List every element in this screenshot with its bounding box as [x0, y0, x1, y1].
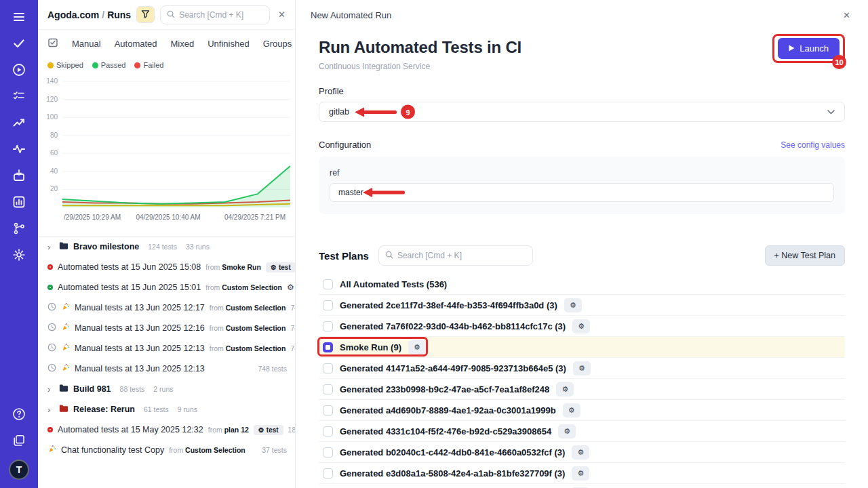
test-plan-row[interactable]: Generated b02040c1-c442-4db0-841e-4660a0…: [319, 442, 845, 463]
test-plan-row[interactable]: All Automated Tests (536): [319, 274, 845, 295]
chevron-right-icon[interactable]: ›: [47, 384, 54, 394]
run-tests-count: 748 tests: [290, 304, 295, 312]
test-plan-row[interactable]: Generated 7a76f022-93d0-434b-b462-bb8114…: [319, 316, 845, 337]
plan-label: Generated e3d08a1a-5808-42e4-a1ab-81bfe3…: [340, 468, 565, 479]
run-row[interactable]: Manual tests at 13 Jun 2025 12:17from Cu…: [38, 298, 295, 318]
help-icon[interactable]: [12, 407, 26, 422]
runs-panel-header: Agoda.com/Runs ✕: [38, 0, 295, 30]
test-plan-row[interactable]: Generated 41471a52-a644-49f7-9085-923713…: [319, 358, 845, 379]
tab-manual[interactable]: Manual: [72, 39, 101, 49]
test-plan-row[interactable]: Smoke Run (9)⚙: [319, 337, 845, 358]
tab-mixed[interactable]: Mixed: [171, 39, 195, 49]
run-settings-icon[interactable]: ⚙: [287, 283, 295, 292]
plan-checkbox[interactable]: [323, 426, 333, 436]
branch-icon[interactable]: [12, 221, 26, 236]
folder-icon: [59, 384, 68, 394]
plan-label: Generated 233b0998-b9c2-47ae-a5cf-7ea1af…: [340, 384, 549, 394]
run-folder-row[interactable]: ›Release: Rerun61 tests9 runs: [38, 399, 295, 420]
plan-checkbox[interactable]: [323, 384, 333, 394]
plan-checkbox[interactable]: [323, 342, 333, 352]
run-list-icon[interactable]: [12, 89, 26, 104]
runs-tabs: ManualAutomatedMixedUnfinishedGroups: [38, 30, 295, 55]
menu-icon[interactable]: [12, 9, 26, 24]
plan-settings-button[interactable]: ⚙: [408, 340, 426, 354]
run-row[interactable]: Manual tests at 13 Jun 2025 12:16from Cu…: [38, 318, 295, 338]
test-plan-row[interactable]: Generated 233b0998-b9c2-47ae-a5cf-7ea1af…: [319, 379, 845, 400]
run-title: Manual tests at 13 Jun 2025 12:13: [75, 364, 205, 373]
run-row[interactable]: Automated tests at 15 Jun 2025 15:08from…: [38, 257, 295, 277]
report-icon[interactable]: [47, 37, 58, 50]
play-circle-icon[interactable]: [12, 62, 26, 77]
plan-settings-button[interactable]: ⚙: [572, 319, 590, 333]
trend-icon[interactable]: [12, 115, 26, 130]
test-plan-row[interactable]: Generated e3d08a1a-5808-42e4-a1ab-81bfe3…: [319, 463, 845, 484]
svg-text:60: 60: [50, 149, 58, 157]
analytics-icon[interactable]: [12, 195, 26, 209]
confetti-icon: [61, 363, 70, 374]
svg-text:04/29/2025 10:40 AM: 04/29/2025 10:40 AM: [136, 214, 200, 221]
tab-groups[interactable]: Groups: [263, 39, 292, 49]
chevron-right-icon[interactable]: ›: [47, 405, 54, 415]
test-plan-row[interactable]: Generated 4331c104-f5f2-476e-b92d-c529a3…: [319, 421, 845, 442]
runs-search-input[interactable]: [179, 10, 263, 20]
run-folder-row[interactable]: ›Build 98188 tests2 runs: [38, 379, 295, 399]
plan-checkbox[interactable]: [323, 447, 333, 458]
test-plans-title: Test Plans: [319, 250, 369, 262]
filter-button[interactable]: [136, 6, 155, 23]
chevron-right-icon[interactable]: ›: [47, 242, 54, 252]
run-tests-count: 18 te: [288, 426, 295, 434]
close-panel-icon[interactable]: ✕: [275, 8, 288, 21]
run-test-badge[interactable]: ⚙ test: [266, 262, 295, 272]
breadcrumb-section: Runs: [107, 9, 131, 20]
projects-icon[interactable]: [12, 433, 26, 448]
check-icon[interactable]: [12, 36, 26, 51]
ref-input[interactable]: master: [330, 183, 834, 202]
profile-value: gitlab: [329, 107, 349, 117]
plan-checkbox[interactable]: [323, 300, 333, 310]
plan-checkbox[interactable]: [323, 363, 333, 373]
new-test-plan-button[interactable]: + New Test Plan: [765, 245, 845, 266]
svg-text:120: 120: [46, 96, 58, 103]
launch-button[interactable]: Launch: [778, 38, 840, 59]
run-test-badge[interactable]: ⚙ test: [254, 425, 283, 435]
search-icon: [167, 9, 175, 21]
test-plans-search[interactable]: [378, 245, 533, 266]
plan-settings-button[interactable]: ⚙: [556, 382, 574, 396]
pulse-icon[interactable]: [12, 142, 26, 157]
settings-icon[interactable]: [12, 247, 26, 262]
plan-settings-button[interactable]: ⚙: [573, 361, 591, 375]
plan-checkbox[interactable]: [323, 279, 333, 289]
svg-text:20: 20: [50, 185, 58, 192]
user-avatar[interactable]: T: [9, 460, 29, 480]
plan-settings-button[interactable]: ⚙: [572, 445, 589, 460]
plan-settings-button[interactable]: ⚙: [558, 424, 576, 439]
test-plan-row[interactable]: Generated a4d690b7-8889-4ae1-92aa-0c3001…: [319, 400, 845, 421]
clock-icon: [47, 302, 56, 313]
test-plans-search-input[interactable]: [397, 251, 526, 260]
run-row[interactable]: Chat functionality test Copyfrom Custom …: [38, 440, 295, 460]
run-row[interactable]: Automated tests at 15 May 2025 12:32from…: [38, 420, 295, 440]
plan-settings-button[interactable]: ⚙: [563, 403, 580, 418]
import-icon[interactable]: [12, 168, 26, 183]
tab-automated[interactable]: Automated: [115, 39, 157, 49]
test-plan-row[interactable]: Generated 2ce11f7d-38ef-44fe-b353-4f694f…: [319, 295, 845, 316]
run-folder-row[interactable]: ›Bravo milestone124 tests33 runs: [38, 237, 295, 257]
plan-settings-button[interactable]: ⚙: [572, 466, 589, 481]
tab-unfinished[interactable]: Unfinished: [208, 39, 249, 49]
plan-checkbox[interactable]: [323, 405, 333, 415]
plan-settings-button[interactable]: ⚙: [564, 298, 582, 312]
plan-checkbox[interactable]: [323, 321, 333, 331]
funnel-icon: [141, 9, 150, 20]
plan-checkbox[interactable]: [323, 468, 333, 479]
run-row[interactable]: Manual tests at 13 Jun 2025 12:13from Cu…: [38, 338, 295, 359]
breadcrumb-project[interactable]: Agoda.com: [47, 9, 99, 20]
test-plans-header: Test Plans + New Test Plan: [319, 245, 845, 266]
legend-label: Passed: [101, 61, 126, 69]
close-drawer-icon[interactable]: ✕: [840, 9, 853, 22]
test-plan-row[interactable]: Generated 83715b93-6c1e-4663-9417-ef23a4…: [319, 484, 845, 488]
run-row[interactable]: Automated tests at 15 Jun 2025 15:01from…: [38, 277, 295, 298]
see-config-values-link[interactable]: See config values: [781, 140, 845, 150]
runs-search[interactable]: [160, 5, 270, 24]
profile-select[interactable]: gitlab 9: [319, 102, 845, 122]
run-row[interactable]: Manual tests at 13 Jun 2025 12:13748 tes…: [38, 359, 295, 379]
